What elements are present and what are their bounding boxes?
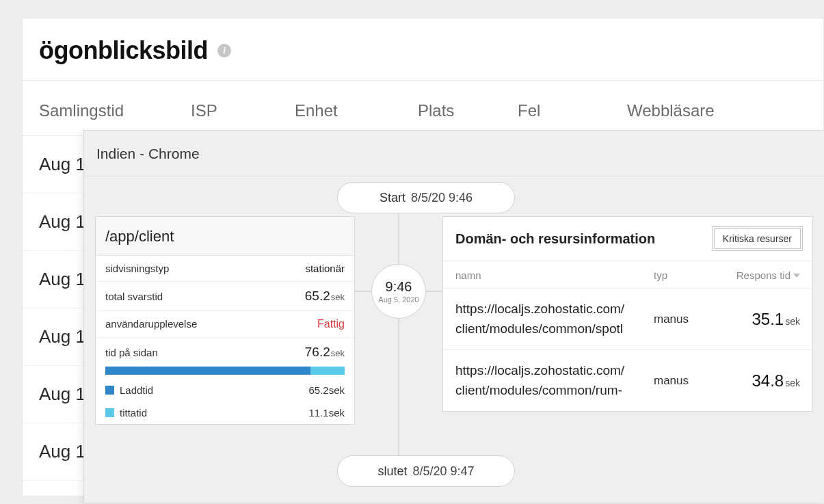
metric-row-viewtype: sidvisningstyp stationär xyxy=(96,256,354,282)
start-value: 8/5/20 9:46 xyxy=(411,191,473,205)
info-icon[interactable]: i xyxy=(217,44,231,57)
time-bar-load xyxy=(105,367,310,375)
connector-right xyxy=(425,291,444,292)
metric-row-timeonpage: tid på sidan 76.2sek xyxy=(96,338,354,367)
resource-title: Domän- och resursinformation xyxy=(455,231,655,247)
col-time[interactable]: Samlingstid xyxy=(39,101,191,120)
col-error[interactable]: Fel xyxy=(518,101,627,120)
resource-name: https://localjs.zohostatic.com/ client/m… xyxy=(455,361,654,400)
metric-value: 65.2sek xyxy=(305,289,345,304)
resource-rt: 34.8sek xyxy=(722,371,800,390)
timeline-node[interactable]: 9:46 Aug 5, 2020 xyxy=(371,264,426,319)
metric-key: sidvisningstyp xyxy=(105,263,169,274)
metric-key: tid på sidan xyxy=(105,347,158,358)
time-bar-bg xyxy=(105,367,345,375)
legend-value: 11.1sek xyxy=(308,407,345,419)
column-headers: Samlingstid ISP Enhet Plats Fel Webbläsa… xyxy=(23,81,823,136)
swatch-view-icon xyxy=(105,408,114,417)
resource-columns: namn typ Respons tid xyxy=(443,261,812,289)
legend-label: tittatid xyxy=(120,407,147,419)
resource-rt: 35.1sek xyxy=(722,310,800,329)
detail-panel: Indien - Chrome Start 8/5/20 9:46 9:46 A… xyxy=(83,130,824,503)
legend-view: tittatid 11.1sek xyxy=(96,401,354,424)
metric-value: 76.2sek xyxy=(305,345,345,360)
chevron-down-icon xyxy=(793,274,800,278)
metric-row-totalrt: total svarstid 65.2sek xyxy=(96,282,354,311)
title-row: ögonblicksbild i xyxy=(23,18,823,81)
timeline-start-pill: Start 8/5/20 9:46 xyxy=(337,182,515,213)
legend-label: Laddtid xyxy=(120,384,153,396)
col-type[interactable]: typ xyxy=(654,269,722,281)
node-date: Aug 5, 2020 xyxy=(378,295,418,304)
connector-left xyxy=(354,291,373,292)
col-location[interactable]: Plats xyxy=(418,101,518,120)
node-time: 9:46 xyxy=(386,280,412,293)
metric-key: användarupplevelse xyxy=(105,318,197,330)
resource-panel: Domän- och resursinformation Kritiska re… xyxy=(442,216,813,412)
timeline-line xyxy=(398,204,399,470)
resource-type: manus xyxy=(654,374,722,388)
col-browser[interactable]: Webbläsare xyxy=(627,101,807,120)
end-label: slutet xyxy=(377,464,407,479)
resource-name: https://localjs.zohostatic.com/ client/m… xyxy=(455,300,654,339)
resource-row[interactable]: https://localjs.zohostatic.com/ client/m… xyxy=(443,350,812,411)
start-label: Start xyxy=(380,191,406,205)
legend-value: 65.2sek xyxy=(308,384,345,396)
metric-row-ux: användarupplevelse Fattig xyxy=(96,311,354,338)
resource-header: Domän- och resursinformation Kritiska re… xyxy=(443,217,812,261)
end-value: 8/5/20 9:47 xyxy=(412,464,474,479)
col-isp[interactable]: ISP xyxy=(191,101,295,120)
resource-type: manus xyxy=(654,313,722,326)
metric-key: total svarstid xyxy=(105,291,163,302)
metric-value: Fattig xyxy=(317,318,345,330)
detail-header: Indien - Chrome xyxy=(84,131,824,176)
col-name[interactable]: namn xyxy=(455,269,654,281)
critical-resources-button[interactable]: Kritiska resurser xyxy=(712,226,803,251)
legend-load: Laddtid 65.2sek xyxy=(96,379,354,401)
time-bar xyxy=(96,367,354,379)
timeline-area: Start 8/5/20 9:46 9:46 Aug 5, 2020 slute… xyxy=(84,176,824,504)
timeline-end-pill: slutet 8/5/20 9:47 xyxy=(337,455,515,487)
swatch-load-icon xyxy=(105,386,114,395)
col-response-time[interactable]: Respons tid xyxy=(722,269,800,281)
metric-value: stationär xyxy=(305,263,345,274)
page-metrics-panel: /app/client sidvisningstyp stationär tot… xyxy=(95,216,355,425)
col-device[interactable]: Enhet xyxy=(295,101,418,120)
page-path: /app/client xyxy=(96,217,354,256)
resource-row[interactable]: https://localjs.zohostatic.com/ client/m… xyxy=(443,289,812,350)
page-title: ögonblicksbild xyxy=(39,36,208,65)
